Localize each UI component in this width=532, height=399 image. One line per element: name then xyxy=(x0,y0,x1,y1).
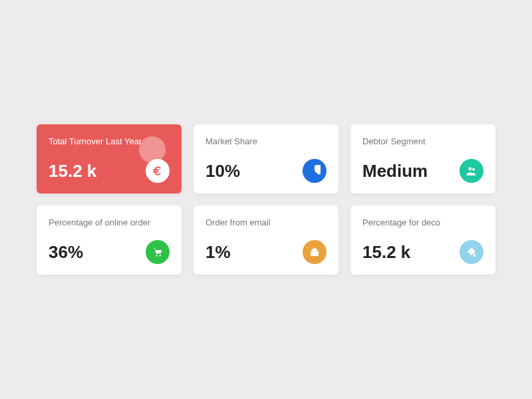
svg-point-4 xyxy=(156,255,157,256)
euro-icon xyxy=(146,159,170,183)
paint-bucket-icon xyxy=(460,240,483,264)
card-value: 15.2 k xyxy=(49,162,96,180)
card-bottom-row: 10% xyxy=(205,159,327,183)
card-online-order[interactable]: Percentage of online order 36% xyxy=(37,205,182,275)
card-value: 15.2 k xyxy=(362,243,410,261)
card-value: 1% xyxy=(205,243,231,261)
svg-point-5 xyxy=(160,255,161,256)
card-order-email[interactable]: Order from email 1% xyxy=(194,205,338,275)
card-label: Market Share xyxy=(205,136,327,146)
pie-chart-icon xyxy=(303,159,327,183)
svg-point-2 xyxy=(468,168,471,171)
card-value: 10% xyxy=(205,162,240,180)
svg-rect-6 xyxy=(312,251,317,255)
card-total-turnover[interactable]: Total Turnover Last Year 15.2 k xyxy=(37,124,182,194)
card-bottom-row: 15.2 k xyxy=(49,159,170,183)
users-icon xyxy=(460,159,483,183)
svg-point-3 xyxy=(472,168,475,171)
card-value: Medium xyxy=(362,162,428,180)
card-label: Order from email xyxy=(205,217,327,227)
card-deco[interactable]: Percentage for deco 15.2 k xyxy=(350,205,495,275)
card-bottom-row: 36% xyxy=(49,240,170,264)
card-market-share[interactable]: Market Share 10% xyxy=(194,124,338,194)
card-label: Percentage for deco xyxy=(362,217,483,227)
card-label: Percentage of online order xyxy=(49,217,170,227)
card-value: 36% xyxy=(49,243,83,261)
card-debtor-segment[interactable]: Debtor Segment Medium xyxy=(350,124,495,194)
cart-icon xyxy=(146,240,170,264)
card-bottom-row: Medium xyxy=(362,159,483,183)
card-bottom-row: 1% xyxy=(205,240,327,264)
envelope-open-icon xyxy=(303,240,327,264)
card-label: Debtor Segment xyxy=(362,136,483,146)
stats-grid: Total Turnover Last Year 15.2 k Market S… xyxy=(37,124,495,275)
card-label: Total Turnover Last Year xyxy=(49,136,170,146)
card-bottom-row: 15.2 k xyxy=(362,240,483,264)
